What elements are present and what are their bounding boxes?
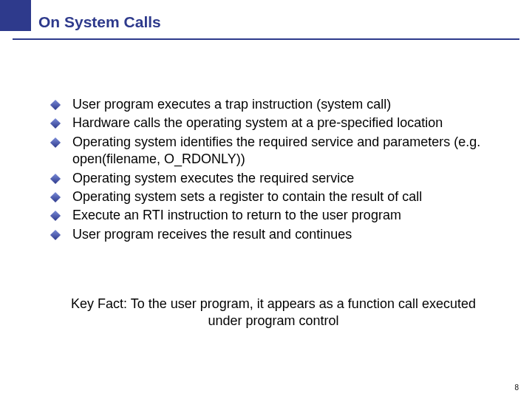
page-number: 8 — [514, 383, 519, 392]
title-divider — [13, 38, 519, 40]
list-item-text: User program executes a trap instruction… — [72, 96, 391, 113]
diamond-bullet-icon — [50, 230, 61, 240]
list-item: User program receives the result and con… — [52, 226, 495, 243]
key-fact-text: Key Fact: To the user program, it appear… — [66, 296, 480, 329]
diamond-bullet-icon — [50, 118, 61, 129]
list-item: Execute an RTI instruction to return to … — [52, 207, 495, 224]
list-item-text: User program receives the result and con… — [72, 226, 352, 243]
diamond-bullet-icon — [50, 173, 61, 183]
list-item: User program executes a trap instruction… — [52, 96, 495, 113]
list-item-text: Operating system executes the required s… — [72, 170, 354, 187]
diamond-bullet-icon — [50, 211, 61, 221]
diamond-bullet-icon — [50, 192, 61, 202]
bullet-list: User program executes a trap instruction… — [52, 96, 495, 245]
slide-title: On System Calls — [38, 13, 161, 31]
list-item: Operating system executes the required s… — [52, 170, 495, 187]
diamond-bullet-icon — [50, 137, 61, 148]
list-item-text: Hardware calls the operating system at a… — [72, 115, 443, 132]
list-item-text: Execute an RTI instruction to return to … — [72, 207, 401, 224]
list-item-text: Operating system identifies the required… — [72, 134, 495, 168]
list-item-text: Operating system sets a register to cont… — [72, 188, 422, 205]
list-item: Operating system sets a register to cont… — [52, 188, 495, 205]
corner-accent-block — [0, 0, 31, 31]
list-item: Operating system identifies the required… — [52, 134, 495, 168]
list-item: Hardware calls the operating system at a… — [52, 115, 495, 132]
diamond-bullet-icon — [50, 100, 61, 110]
